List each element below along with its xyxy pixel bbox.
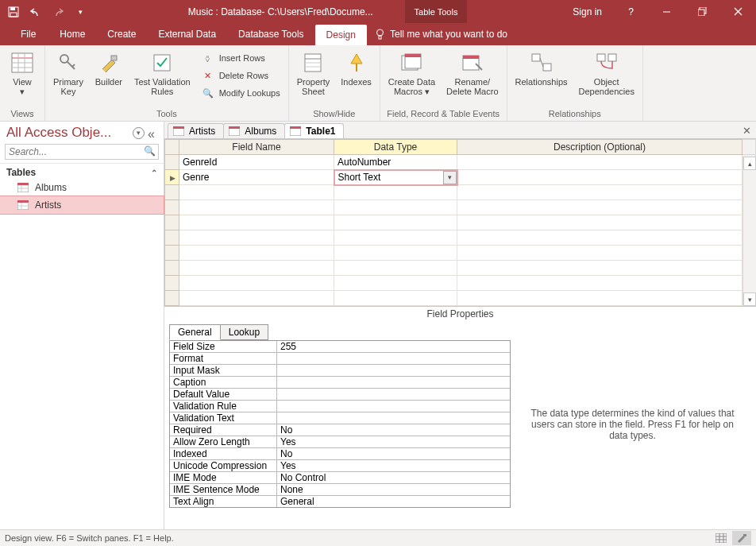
builder-icon xyxy=(96,50,122,76)
fp-row[interactable]: Unicode CompressionYes xyxy=(170,460,510,472)
description-cell[interactable] xyxy=(457,155,742,170)
tab-file[interactable]: File xyxy=(8,23,48,45)
fp-value[interactable]: Yes xyxy=(277,436,510,447)
builder-button[interactable]: Builder xyxy=(91,48,126,88)
nav-menu-icon[interactable]: ▾ xyxy=(133,127,145,139)
row-selector[interactable] xyxy=(165,230,179,246)
nav-group-tables[interactable]: Tables ⌃ xyxy=(0,164,164,179)
field-name-cell[interactable]: Genre xyxy=(179,170,334,185)
scroll-down-icon[interactable]: ▾ xyxy=(743,292,756,306)
view-datasheet-icon[interactable] xyxy=(712,531,731,545)
rename-delete-macro-button[interactable]: Rename/ Delete Macro xyxy=(443,48,501,98)
fp-value[interactable] xyxy=(277,412,510,424)
restore-icon[interactable] xyxy=(685,0,720,23)
row-selector[interactable] xyxy=(165,200,179,215)
modify-lookups-button[interactable]: 🔍Modify Lookups xyxy=(199,85,284,101)
fp-row[interactable]: Field Size255 xyxy=(170,341,510,353)
fp-value[interactable] xyxy=(277,353,510,364)
signin-link[interactable]: Sign in xyxy=(561,6,613,17)
fp-value[interactable]: No Control xyxy=(277,472,510,483)
scroll-up-icon[interactable]: ▴ xyxy=(743,157,756,170)
fp-row[interactable]: Default Value xyxy=(170,389,510,401)
row-selector[interactable] xyxy=(165,291,179,306)
insert-rows-button[interactable]: ⎀Insert Rows xyxy=(199,50,284,66)
title-bar: ▾ Music : Database- C:\Users\Fred\Docume… xyxy=(0,0,756,23)
row-selector[interactable] xyxy=(165,261,179,276)
tab-design[interactable]: Design xyxy=(315,25,367,45)
fp-value[interactable]: Yes xyxy=(277,460,510,471)
fp-row[interactable]: IME Sentence ModeNone xyxy=(170,484,510,496)
create-data-macros-button[interactable]: Create Data Macros ▾ xyxy=(385,48,438,98)
fp-value[interactable] xyxy=(277,389,510,400)
redo-icon[interactable] xyxy=(49,3,67,21)
fp-row[interactable]: Validation Rule xyxy=(170,401,510,412)
object-dependencies-button[interactable]: Object Dependencies xyxy=(576,48,638,98)
col-description[interactable]: Description (Optional) xyxy=(457,140,742,155)
undo-icon[interactable] xyxy=(27,3,44,21)
relationships-button[interactable]: Relationships xyxy=(512,48,571,88)
fp-row[interactable]: Input Mask xyxy=(170,365,510,377)
fp-value[interactable]: None xyxy=(277,484,510,495)
fp-row[interactable]: Validation Text xyxy=(170,412,510,424)
doc-tab-albums[interactable]: Albums xyxy=(223,123,285,138)
row-selector[interactable] xyxy=(165,276,179,291)
delete-rows-button[interactable]: ✕Delete Rows xyxy=(199,68,284,83)
row-selector[interactable] xyxy=(165,246,179,261)
test-validation-button[interactable]: Test Validation Rules xyxy=(131,48,194,98)
fp-row[interactable]: Text AlignGeneral xyxy=(170,496,510,507)
row-selector[interactable] xyxy=(165,215,179,230)
fp-tab-general[interactable]: General xyxy=(169,324,221,340)
col-data-type[interactable]: Data Type xyxy=(334,140,457,155)
grid-vscroll[interactable]: ▴ ▾ xyxy=(742,157,756,306)
fp-value[interactable]: General xyxy=(277,496,510,507)
row-selector[interactable] xyxy=(165,185,179,200)
nav-item-artists[interactable]: Artists xyxy=(0,196,164,214)
minimize-icon[interactable] xyxy=(649,0,685,23)
fp-key: Default Value xyxy=(170,389,277,400)
shutter-icon[interactable]: « xyxy=(148,127,159,138)
view-design-icon[interactable] xyxy=(732,531,751,545)
property-sheet-button[interactable]: Property Sheet xyxy=(294,48,334,98)
close-tab-icon[interactable]: ✕ xyxy=(742,125,751,137)
nav-item-albums[interactable]: Albums xyxy=(0,179,164,196)
row-selector[interactable] xyxy=(165,155,179,170)
qat-customize-icon[interactable]: ▾ xyxy=(71,3,89,21)
fp-tab-lookup[interactable]: Lookup xyxy=(220,324,268,340)
fp-row[interactable]: IndexedNo xyxy=(170,448,510,460)
tab-external-data[interactable]: External Data xyxy=(147,23,227,45)
fp-value[interactable]: No xyxy=(277,424,510,436)
search-input[interactable] xyxy=(5,144,159,160)
nav-title[interactable]: All Access Obje... xyxy=(6,125,133,141)
data-type-cell[interactable]: Short Text▾ xyxy=(334,170,457,185)
fp-row[interactable]: RequiredNo xyxy=(170,424,510,436)
primary-key-button[interactable]: Primary Key xyxy=(50,48,87,98)
tell-me-search[interactable]: Tell me what you want to do xyxy=(375,23,507,45)
svg-rect-41 xyxy=(17,200,29,203)
help-icon[interactable]: ? xyxy=(613,0,649,23)
fp-row[interactable]: Allow Zero LengthYes xyxy=(170,436,510,448)
search-icon[interactable]: 🔍 xyxy=(144,145,156,157)
tab-create[interactable]: Create xyxy=(96,23,147,45)
fp-row[interactable]: Caption xyxy=(170,377,510,389)
doc-tab-artists[interactable]: Artists xyxy=(168,123,224,138)
save-icon[interactable] xyxy=(5,3,22,21)
view-button[interactable]: View▾ xyxy=(5,48,40,98)
fp-value[interactable]: 255 xyxy=(277,341,510,352)
description-cell[interactable] xyxy=(457,170,742,185)
fp-row[interactable]: IME ModeNo Control xyxy=(170,472,510,484)
fp-value[interactable] xyxy=(277,401,510,412)
close-icon[interactable] xyxy=(720,0,756,23)
indexes-button[interactable]: Indexes xyxy=(338,48,375,88)
tab-home[interactable]: Home xyxy=(48,23,96,45)
fp-value[interactable] xyxy=(277,365,510,376)
data-type-cell[interactable]: AutoNumber xyxy=(334,155,457,170)
doc-tab-table1[interactable]: Table1 xyxy=(284,123,344,138)
field-name-cell[interactable]: GenreId xyxy=(179,155,334,170)
dropdown-icon[interactable]: ▾ xyxy=(443,171,457,184)
fp-value[interactable]: No xyxy=(277,448,510,459)
col-field-name[interactable]: Field Name xyxy=(179,140,334,155)
row-selector[interactable] xyxy=(165,170,179,185)
fp-row[interactable]: Format xyxy=(170,353,510,365)
tab-database-tools[interactable]: Database Tools xyxy=(227,23,315,45)
fp-value[interactable] xyxy=(277,377,510,388)
